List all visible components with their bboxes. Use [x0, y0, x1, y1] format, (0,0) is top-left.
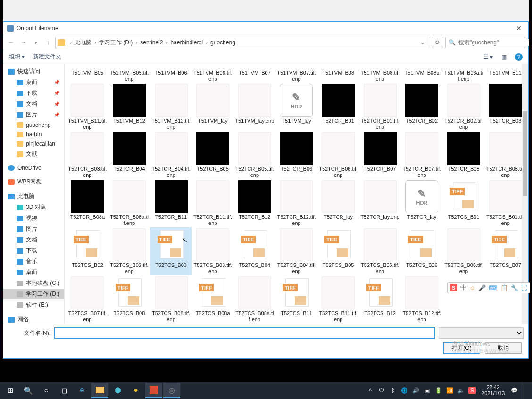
file-item[interactable]: T52TCR_B02.tif.enp — [443, 83, 485, 131]
tray-battery-icon[interactable]: 🔋 — [434, 387, 442, 394]
taskbar-taskview[interactable]: ⊡ — [56, 383, 73, 398]
file-item[interactable]: T51TVM_B08a — [401, 68, 443, 83]
file-item[interactable]: TIFFT52TCS_B04 — [234, 227, 276, 275]
file-item[interactable]: TIFFT52TCS_B01 — [443, 179, 485, 227]
taskbar-search[interactable]: 🔍 — [20, 383, 37, 398]
view-button[interactable]: ☰ ▾ — [483, 54, 493, 60]
file-item[interactable]: TIFFT52TCS_B06 — [401, 227, 443, 275]
file-item[interactable]: TIFFT52TCS_B08a — [192, 275, 234, 324]
file-item[interactable]: T52TCR_B03 — [484, 83, 526, 131]
breadcrumb-item[interactable]: 学习工作 (D:) — [99, 39, 133, 47]
file-item[interactable]: T52TCR_B05 — [192, 131, 234, 179]
sidebar-thispc[interactable]: 此电脑 — [3, 191, 64, 202]
taskbar-edge[interactable]: e — [74, 383, 91, 398]
file-item[interactable]: T52TCS_B08a.tif.enp — [234, 275, 276, 324]
file-item[interactable]: T52TCR_lay — [317, 179, 359, 227]
sidebar-drivee[interactable]: 软件 (E:) — [3, 299, 64, 310]
help-icon[interactable]: ? — [515, 53, 523, 61]
tray-bluetooth-icon[interactable]: ᛒ — [389, 387, 397, 394]
search-input[interactable] — [458, 39, 529, 46]
file-item[interactable]: T52TCR_B01.tif.enp — [359, 83, 401, 131]
filetype-combo[interactable] — [439, 327, 524, 339]
sidebar-pics2[interactable]: 图片 — [3, 224, 64, 234]
file-item[interactable]: T52TCS_B12.tif.enp — [401, 275, 443, 324]
file-item[interactable]: T52TCR_B07.tif.enp — [401, 131, 443, 179]
file-item[interactable]: T52TCR_B11 — [150, 179, 192, 227]
tray-icon[interactable]: ▣ — [423, 387, 431, 394]
file-item[interactable]: TIFFT52TCS_B08 — [108, 275, 150, 324]
file-item[interactable]: T52TCR_B04 — [108, 131, 150, 179]
file-item[interactable]: TIFFT52TCS_B12 — [359, 275, 401, 324]
recent-dropdown[interactable]: ▾ — [31, 37, 41, 48]
refresh-button[interactable]: ⟳ — [432, 37, 443, 48]
breadcrumb[interactable]: › 此电脑 › 学习工作 (D:) › sentinel2 › haerbind… — [55, 37, 430, 48]
file-item[interactable]: T52TCR_B11.tif.enp — [192, 179, 234, 227]
show-desktop-button[interactable] — [524, 382, 526, 399]
file-item[interactable]: T52TCR_B07 — [359, 131, 401, 179]
sogou-icon[interactable]: S — [450, 284, 457, 291]
file-item[interactable]: T51TVM_B08.tif.enp — [359, 68, 401, 83]
file-item[interactable]: TIFFT52TCS_B02 — [66, 227, 108, 275]
sidebar-wenxian[interactable]: 文献 — [3, 149, 64, 159]
sidebar-downloads[interactable]: 下载📌 — [3, 88, 64, 99]
file-item[interactable]: T52TCR_B03.tif.enp — [66, 131, 108, 179]
sidebar-desk2[interactable]: 桌面 — [3, 267, 64, 278]
file-item[interactable]: T51TVM_B07 — [234, 68, 276, 83]
close-icon[interactable]: ✕ — [513, 25, 524, 32]
file-item[interactable]: T52TCR_B08a.tif.enp — [108, 179, 150, 227]
tray-ime-icon[interactable]: S — [468, 387, 476, 394]
sidebar-documents[interactable]: 文档📌 — [3, 99, 64, 109]
file-item[interactable]: T51TVM_B11.tif.enp — [66, 83, 108, 131]
file-item[interactable]: T51TVM_B06.tif.enp — [192, 68, 234, 83]
file-item[interactable]: T52TCR_B04.tif.enp — [150, 131, 192, 179]
taskbar-clock[interactable]: 22:42 2021/1/13 — [480, 384, 507, 397]
file-item[interactable]: T52TCR_B06.tif.enp — [317, 131, 359, 179]
ime-toolbar[interactable]: S 中 ☺🎤⌨📋🔧⛶ — [447, 282, 530, 293]
taskbar-explorer[interactable] — [91, 383, 108, 398]
filename-input[interactable] — [54, 327, 435, 339]
file-item[interactable]: T52TCS_B04.tif.enp — [275, 227, 317, 275]
file-item[interactable]: T51TVM_B12 — [108, 83, 150, 131]
file-item[interactable]: T52TCR_B12 — [234, 179, 276, 227]
file-item[interactable]: T52TCS_B07.tif.enp — [66, 275, 108, 324]
sidebar-drived[interactable]: 学习工作 (D:) — [3, 289, 64, 299]
tray-icon[interactable]: 🛡 — [378, 387, 385, 394]
file-item[interactable]: TIFFT52TCS_B07 — [484, 227, 526, 275]
file-item[interactable]: T51TVM_B07.tif.enp — [275, 68, 317, 83]
file-item[interactable]: T52TCS_B11.tif.enp — [317, 275, 359, 324]
file-item[interactable]: T51TVM_B08 — [317, 68, 359, 83]
breadcrumb-item[interactable]: sentinel2 — [140, 39, 163, 46]
scrollbar-thumb[interactable] — [523, 111, 527, 196]
file-item[interactable]: T52TCS_B01.tif.enp — [484, 179, 526, 227]
taskbar-app1[interactable]: ⬢ — [109, 383, 126, 398]
file-item[interactable]: T52TCS_B06.tif.enp — [443, 227, 485, 275]
sidebar-music[interactable]: 音乐 — [3, 256, 64, 267]
file-item[interactable]: T52TCR_B08 — [443, 131, 485, 179]
sidebar-quick-access[interactable]: 快速访问 — [3, 66, 64, 77]
search-box[interactable]: 🔍 — [445, 37, 525, 48]
file-item[interactable]: T52TCR_B05.tif.enp — [234, 131, 276, 179]
file-item[interactable]: T52TCR_B01 — [317, 83, 359, 131]
file-item[interactable]: T52TCS_B03.tif.enp — [192, 227, 234, 275]
sidebar-onedrive[interactable]: OneDrive — [3, 163, 64, 173]
preview-pane-button[interactable]: ▥ — [501, 54, 507, 60]
breadcrumb-root[interactable]: 此电脑 — [75, 39, 91, 47]
file-item[interactable]: T51TVM_B05.tif.enp — [108, 68, 150, 83]
taskbar-app3[interactable] — [145, 383, 162, 398]
up-button[interactable]: ↑ — [43, 37, 53, 48]
file-item[interactable]: T51TVM_B05 — [66, 68, 108, 83]
sidebar-docs2[interactable]: 文档 — [3, 234, 64, 245]
tray-volume-icon[interactable]: 🔈 — [457, 387, 465, 394]
new-folder-button[interactable]: 新建文件夹 — [33, 53, 61, 61]
taskbar-app2[interactable]: ● — [127, 383, 144, 398]
tray-up-icon[interactable]: ^ — [366, 387, 374, 394]
back-button[interactable]: ← — [6, 37, 17, 48]
organize-button[interactable]: 组织 ▾ — [9, 53, 25, 61]
sidebar-pictures[interactable]: 图片📌 — [3, 109, 64, 120]
file-item[interactable]: T51TVM_B08a.tif.enp — [443, 68, 485, 83]
sidebar-3d[interactable]: 3D 对象 — [3, 202, 64, 213]
file-item[interactable]: ✎HDRT52TCR_lay — [401, 179, 443, 227]
file-item[interactable]: T52TCR_lay.enp — [359, 179, 401, 227]
file-item[interactable]: T52TCR_B02 — [401, 83, 443, 131]
tray-wifi-icon[interactable]: 📶 — [446, 387, 453, 394]
